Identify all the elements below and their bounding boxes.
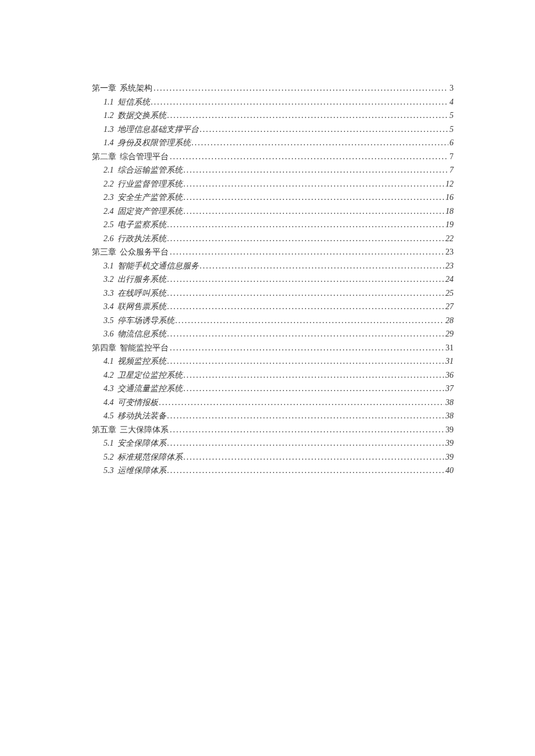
toc-entry[interactable]: 第四章智能监控平台...............................… <box>92 341 454 355</box>
toc-leader-dots: ........................................… <box>192 136 449 150</box>
toc-entry-title: 移动执法装备 <box>117 409 166 423</box>
toc-entry[interactable]: 5.1安全保障体系...............................… <box>92 436 454 450</box>
toc-entry-number: 1.1 <box>104 95 114 109</box>
toc-entry-title: 行业监督管理系统 <box>117 177 183 191</box>
toc-entry-title: 综合管理平台 <box>120 150 169 164</box>
toc-entry-title: 身份及权限管理系统 <box>117 136 191 150</box>
toc-entry[interactable]: 5.2标准规范保障体系.............................… <box>92 450 454 464</box>
toc-entry-page: 27 <box>445 300 454 314</box>
toc-leader-dots: ........................................… <box>176 314 445 328</box>
toc-entry-page: 38 <box>445 409 454 423</box>
toc-entry-number: 4.5 <box>104 409 114 423</box>
toc-leader-dots: ........................................… <box>167 218 445 232</box>
toc-entry-number: 5.1 <box>104 436 114 450</box>
toc-entry-page: 7 <box>450 163 454 177</box>
toc-leader-dots: ........................................… <box>184 205 445 218</box>
toc-entry-number: 4.1 <box>104 354 114 368</box>
toc-entry-title: 智能手机交通信息服务 <box>117 259 199 273</box>
toc-entry-page: 7 <box>450 150 454 164</box>
toc-entry[interactable]: 1.4身份及权限管理系统............................… <box>92 136 454 150</box>
toc-entry[interactable]: 3.5停车场诱导系统..............................… <box>92 314 454 328</box>
toc-entry-number: 1.4 <box>104 136 114 150</box>
toc-entry-page: 38 <box>445 396 454 410</box>
toc-entry-title: 安全保障体系 <box>117 436 166 450</box>
toc-entry[interactable]: 4.5移动执法装备...............................… <box>92 409 454 423</box>
toc-entry-number: 4.4 <box>104 396 114 410</box>
toc-entry-page: 25 <box>445 286 454 300</box>
toc-entry[interactable]: 3.2出行服务系统...............................… <box>92 273 454 286</box>
toc-entry-title: 标准规范保障体系 <box>117 450 183 464</box>
toc-entry[interactable]: 2.4固定资产管理系统.............................… <box>92 205 454 218</box>
toc-entry-title: 数据交换系统 <box>117 109 166 123</box>
toc-entry[interactable]: 3.4联网售票系统...............................… <box>92 300 454 314</box>
toc-entry[interactable]: 4.4可变情报板................................… <box>92 396 454 410</box>
toc-entry-page: 5 <box>450 123 454 137</box>
toc-entry[interactable]: 5.3运维保障体系...............................… <box>92 464 454 478</box>
toc-entry-page: 19 <box>445 218 454 232</box>
toc-leader-dots: ........................................… <box>151 95 449 109</box>
toc-entry-number: 4.3 <box>104 382 114 396</box>
toc-entry-title: 综合运输监管系统 <box>117 163 183 177</box>
toc-entry-number: 2.1 <box>104 163 114 177</box>
toc-entry[interactable]: 第五章三大保障体系...............................… <box>92 423 454 437</box>
toc-entry-title: 可变情报板 <box>117 396 158 410</box>
toc-leader-dots: ........................................… <box>184 382 445 396</box>
toc-entry-page: 36 <box>445 368 454 382</box>
toc-entry-number: 4.2 <box>104 368 114 382</box>
toc-entry[interactable]: 1.1短信系统.................................… <box>92 95 454 109</box>
toc-entry-number: 2.4 <box>104 205 114 218</box>
toc-leader-dots: ........................................… <box>184 163 449 177</box>
toc-entry-title: 智能监控平台 <box>120 341 169 355</box>
toc-entry-title: 短信系统 <box>117 95 150 109</box>
toc-entry[interactable]: 2.1综合运输监管系统.............................… <box>92 163 454 177</box>
toc-leader-dots: ........................................… <box>167 327 445 341</box>
toc-leader-dots: ........................................… <box>167 464 445 478</box>
toc-entry-number: 3.5 <box>104 314 114 328</box>
toc-entry-title: 停车场诱导系统 <box>117 314 174 328</box>
toc-entry[interactable]: 4.2卫星定位监控系统.............................… <box>92 368 454 382</box>
toc-entry[interactable]: 3.6物流信息系统...............................… <box>92 327 454 341</box>
toc-entry[interactable]: 3.3在线呼叫系统...............................… <box>92 286 454 300</box>
toc-entry-number: 3.6 <box>104 327 114 341</box>
toc-entry[interactable]: 第三章公众服务平台...............................… <box>92 245 454 259</box>
toc-entry-page: 22 <box>445 232 454 246</box>
toc-entry-page: 5 <box>450 109 454 123</box>
toc-entry-number: 1.3 <box>104 123 114 137</box>
toc-entry[interactable]: 第一章系统架构.................................… <box>92 81 454 95</box>
toc-entry[interactable]: 1.3地理信息基础支撑平台...........................… <box>92 123 454 137</box>
toc-entry-title: 公众服务平台 <box>120 245 169 259</box>
toc-entry[interactable]: 2.5电子监察系统...............................… <box>92 218 454 232</box>
toc-entry[interactable]: 2.3安全生产监管系统.............................… <box>92 191 454 205</box>
toc-leader-dots: ........................................… <box>184 368 445 382</box>
toc-entry-number: 3.3 <box>104 286 114 300</box>
toc-entry-page: 24 <box>445 273 454 286</box>
toc-entry-title: 交通流量监控系统 <box>117 382 183 396</box>
toc-entry-page: 28 <box>445 314 454 328</box>
toc-entry-number: 第二章 <box>92 150 116 164</box>
toc-entry-page: 39 <box>445 436 454 450</box>
toc-leader-dots: ........................................… <box>167 436 445 450</box>
toc-leader-dots: ........................................… <box>167 273 445 286</box>
toc-entry-page: 39 <box>445 423 454 437</box>
toc-leader-dots: ........................................… <box>200 123 449 137</box>
toc-entry[interactable]: 2.6行政执法系统...............................… <box>92 232 454 246</box>
toc-entry[interactable]: 4.1视频监控系统...............................… <box>92 354 454 368</box>
toc-entry-number: 3.2 <box>104 273 114 286</box>
toc-entry-title: 行政执法系统 <box>117 232 166 246</box>
toc-entry[interactable]: 4.3交通流量监控系统.............................… <box>92 382 454 396</box>
toc-entry-number: 2.3 <box>104 191 114 205</box>
toc-entry[interactable]: 3.1智能手机交通信息服务...........................… <box>92 259 454 273</box>
toc-leader-dots: ........................................… <box>184 191 445 205</box>
toc-leader-dots: ........................................… <box>170 245 444 259</box>
toc-entry-title: 电子监察系统 <box>117 218 166 232</box>
toc-entry-page: 40 <box>445 464 454 478</box>
toc-leader-dots: ........................................… <box>167 109 449 123</box>
toc-entry[interactable]: 1.2数据交换系统...............................… <box>92 109 454 123</box>
toc-entry-page: 23 <box>445 259 454 273</box>
toc-entry-page: 37 <box>445 382 454 396</box>
toc-entry-page: 31 <box>445 354 454 368</box>
toc-entry[interactable]: 2.2行业监督管理系统.............................… <box>92 177 454 191</box>
toc-leader-dots: ........................................… <box>170 150 448 164</box>
toc-entry[interactable]: 第二章综合管理平台...............................… <box>92 150 454 164</box>
toc-entry-title: 地理信息基础支撑平台 <box>117 123 199 137</box>
